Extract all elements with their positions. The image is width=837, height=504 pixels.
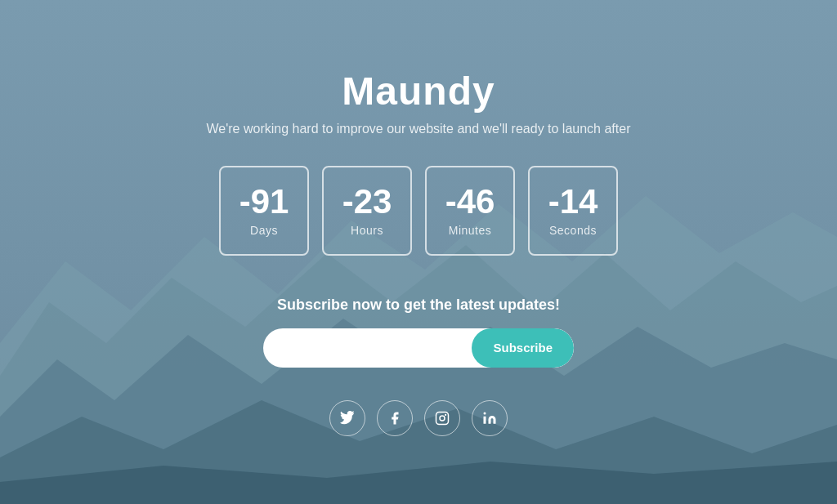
countdown-seconds-value: -14 <box>548 185 598 219</box>
subscribe-form: Subscribe <box>263 328 574 368</box>
countdown-minutes-value: -46 <box>445 185 495 219</box>
countdown-minutes: -46 Minutes <box>425 166 515 256</box>
linkedin-icon <box>482 411 497 426</box>
twitter-button[interactable] <box>329 400 365 436</box>
linkedin-button[interactable] <box>472 400 508 436</box>
instagram-button[interactable] <box>424 400 460 436</box>
countdown-seconds-label: Seconds <box>549 224 597 237</box>
social-links <box>329 400 508 436</box>
subscribe-button[interactable]: Subscribe <box>472 328 574 368</box>
countdown-hours: -23 Hours <box>322 166 412 256</box>
subscribe-heading: Subscribe now to get the latest updates! <box>277 297 560 314</box>
countdown-days-value: -91 <box>239 185 289 219</box>
countdown: -91 Days -23 Hours -46 Minutes -14 Secon… <box>219 166 618 256</box>
instagram-icon <box>435 411 450 426</box>
countdown-minutes-label: Minutes <box>449 224 492 237</box>
countdown-hours-value: -23 <box>342 185 392 219</box>
facebook-button[interactable] <box>377 400 413 436</box>
svg-rect-6 <box>436 412 449 424</box>
site-title: Maundy <box>342 69 495 114</box>
email-input[interactable] <box>263 328 472 368</box>
svg-point-7 <box>440 416 445 421</box>
facebook-icon <box>387 411 402 426</box>
countdown-seconds: -14 Seconds <box>528 166 618 256</box>
countdown-days: -91 Days <box>219 166 309 256</box>
svg-point-8 <box>445 413 446 415</box>
subtitle: We're working hard to improve our websit… <box>207 122 631 136</box>
page-content: Maundy We're working hard to improve our… <box>0 69 837 436</box>
countdown-days-label: Days <box>250 224 278 237</box>
twitter-icon <box>340 411 355 426</box>
countdown-hours-label: Hours <box>351 224 383 237</box>
svg-point-9 <box>484 412 486 414</box>
